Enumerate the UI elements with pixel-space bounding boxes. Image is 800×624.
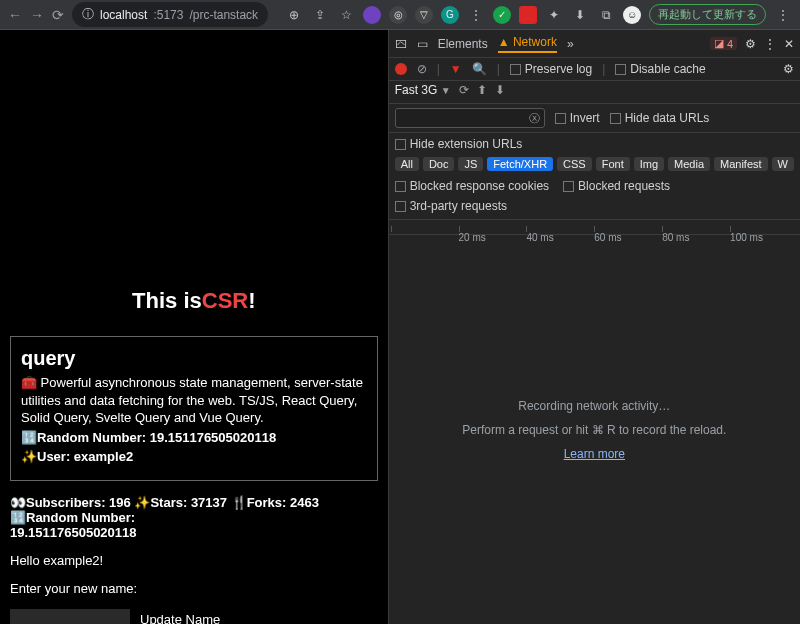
menu-icon[interactable]: ⋮	[774, 6, 792, 24]
extension-icon[interactable]: ✓	[493, 6, 511, 24]
query-title: query	[21, 347, 367, 370]
type-chip-doc[interactable]: Doc	[423, 157, 455, 171]
upload-icon[interactable]: ⬆	[477, 83, 487, 97]
recording-line1: Recording network activity…	[518, 399, 670, 413]
type-chip-w[interactable]: W	[772, 157, 794, 171]
learn-more-link[interactable]: Learn more	[564, 447, 625, 461]
url-host: localhost	[100, 8, 147, 22]
profile-avatar[interactable]: ☺	[623, 6, 641, 24]
extensions-icon[interactable]: ✦	[545, 6, 563, 24]
device-toggle-icon[interactable]: ▭	[417, 37, 428, 51]
update-name-button[interactable]: Update Name	[140, 612, 220, 624]
inspect-icon[interactable]: ⮹	[395, 37, 407, 51]
third-party-checkbox[interactable]: 3rd-party requests	[395, 199, 794, 213]
search-icon[interactable]: 🔍	[472, 62, 487, 76]
blocked-requests-checkbox[interactable]: Blocked requests	[563, 179, 670, 193]
settings-icon[interactable]: ⚙	[745, 37, 756, 51]
nav-forward-icon[interactable]: →	[30, 7, 44, 23]
extension-icon[interactable]	[519, 6, 537, 24]
toolbar-icons: ⊕ ⇪ ☆ ◎ ▽ G ⋮ ✓ ✦ ⬇ ⧉ ☺ 再起動して更新する ⋮	[285, 4, 792, 25]
network-settings-icon[interactable]: ⚙	[783, 62, 794, 76]
download-icon[interactable]: ⬇	[495, 83, 505, 97]
url-port: :5173	[153, 8, 183, 22]
star-icon[interactable]: ☆	[337, 6, 355, 24]
disable-cache-checkbox[interactable]: Disable cache	[615, 62, 705, 76]
clear-filter-icon[interactable]: ⓧ	[529, 111, 540, 126]
hello-text: Hello example2!	[10, 553, 378, 568]
kebab-icon[interactable]: ⋮	[467, 6, 485, 24]
hide-data-urls-checkbox[interactable]: Hide data URLs	[610, 111, 710, 125]
nav-back-icon[interactable]: ←	[8, 7, 22, 23]
type-chip-js[interactable]: JS	[458, 157, 483, 171]
hero-prefix: This is	[132, 288, 202, 314]
type-chip-img[interactable]: Img	[634, 157, 664, 171]
browser-toolbar: ← → ⟳ ⓘ localhost :5173 /prc-tanstack ⊕ …	[0, 0, 800, 30]
wifi-icon[interactable]: ⟳	[459, 83, 469, 97]
network-empty-state: Recording network activity… Perform a re…	[389, 235, 800, 624]
page-viewport: This is CSR ! query 🧰 Powerful asynchron…	[0, 30, 388, 624]
invert-checkbox[interactable]: Invert	[555, 111, 600, 125]
stats-line: 👀Subscribers: 196 ✨Stars: 37137 🍴Forks: …	[10, 495, 378, 540]
hero-suffix: !	[248, 288, 255, 314]
copy-icon[interactable]: ⧉	[597, 6, 615, 24]
issues-badge[interactable]: ◪ 4	[710, 37, 737, 50]
request-type-filter: AllDocJSFetch/XHRCSSFontImgMediaManifest…	[389, 155, 800, 177]
extension-icon[interactable]: G	[441, 6, 459, 24]
blocked-cookies-checkbox[interactable]: Blocked response cookies	[395, 179, 549, 193]
type-chip-fetchxhr[interactable]: Fetch/XHR	[487, 157, 553, 171]
type-chip-css[interactable]: CSS	[557, 157, 592, 171]
type-chip-manifest[interactable]: Manifest	[714, 157, 768, 171]
type-chip-font[interactable]: Font	[596, 157, 630, 171]
timeline-tick: 100 ms	[730, 232, 763, 243]
kebab-icon[interactable]: ⋮	[764, 37, 776, 51]
tab-elements[interactable]: Elements	[438, 37, 488, 51]
query-user: ✨User: example2	[21, 448, 367, 466]
clear-icon[interactable]: ⊘	[417, 62, 427, 76]
preserve-log-checkbox[interactable]: Preserve log	[510, 62, 592, 76]
share-icon[interactable]: ⇪	[311, 6, 329, 24]
throttle-select[interactable]: Fast 3G ▼	[395, 83, 451, 97]
filter-icon[interactable]: ▼	[450, 62, 462, 76]
close-icon[interactable]: ✕	[784, 37, 794, 51]
timeline-tick: 60 ms	[594, 232, 621, 243]
type-chip-media[interactable]: Media	[668, 157, 710, 171]
hero-heading: This is CSR !	[0, 30, 388, 320]
devtools-panel: ⮹ ▭ Elements ▲ Network » ◪ 4 ⚙ ⋮ ✕ ⊘ | ▼…	[388, 30, 800, 624]
query-desc: 🧰 Powerful asynchronous state management…	[21, 374, 367, 427]
query-random: 🔢Random Number: 19.151176505020118	[21, 429, 367, 447]
timeline-ruler: 20 ms40 ms60 ms80 ms100 ms	[389, 220, 800, 235]
type-chip-all[interactable]: All	[395, 157, 419, 171]
hide-extension-urls-checkbox[interactable]: Hide extension URLs	[395, 137, 794, 151]
extension-icon[interactable]: ▽	[415, 6, 433, 24]
tab-more[interactable]: »	[567, 37, 574, 51]
timeline-tick: 20 ms	[459, 232, 486, 243]
reload-icon[interactable]: ⟳	[52, 7, 64, 23]
update-button[interactable]: 再起動して更新する	[649, 4, 766, 25]
search-icon[interactable]: ⊕	[285, 6, 303, 24]
record-icon[interactable]	[395, 63, 407, 75]
filter-input[interactable]: ⓧ	[395, 108, 545, 128]
enter-label: Enter your new name:	[10, 581, 378, 596]
recording-line2: Perform a request or hit ⌘ R to record t…	[462, 423, 726, 437]
extension-icon[interactable]: ◎	[389, 6, 407, 24]
hero-highlight: CSR	[202, 288, 248, 314]
name-input[interactable]	[10, 609, 130, 624]
url-path: /prc-tanstack	[189, 8, 258, 22]
info-icon: ⓘ	[82, 6, 94, 23]
timeline-tick: 80 ms	[662, 232, 689, 243]
timeline-tick: 40 ms	[526, 232, 553, 243]
extension-icon[interactable]	[363, 6, 381, 24]
address-bar[interactable]: ⓘ localhost :5173 /prc-tanstack	[72, 2, 268, 27]
download-icon[interactable]: ⬇	[571, 6, 589, 24]
query-box: query 🧰 Powerful asynchronous state mana…	[10, 336, 378, 481]
tab-network[interactable]: ▲ Network	[498, 35, 557, 53]
